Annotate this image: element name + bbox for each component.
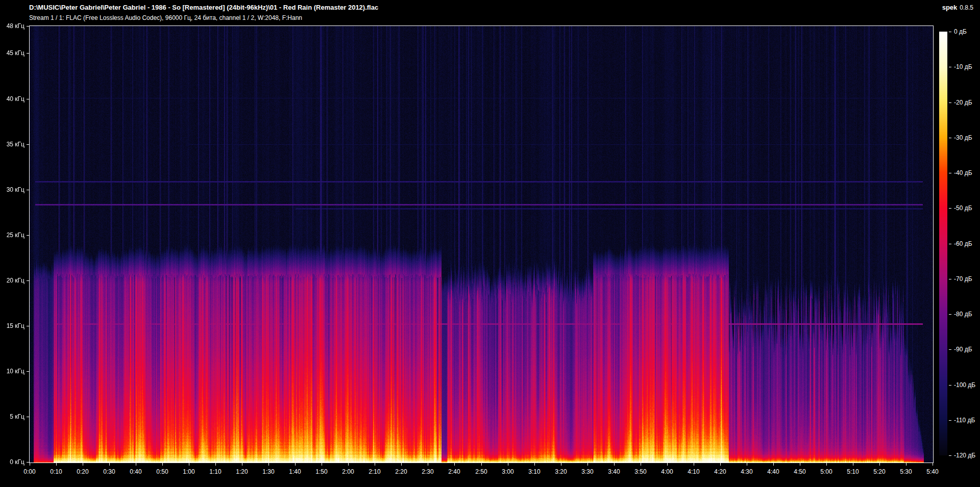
time-tick [826,463,827,466]
time-tick-label: 1:00 [174,468,204,476]
spectrogram-canvas [30,26,933,463]
freq-tick [27,326,29,326]
freq-tick [27,53,29,54]
time-tick [800,463,800,466]
time-tick [189,463,189,466]
time-tick-label: 2:30 [412,468,443,476]
db-tick [949,349,951,350]
db-tick-label: -40 дБ [954,169,972,177]
time-tick-label: 4:10 [678,468,709,476]
time-tick-label: 2:10 [359,468,390,476]
time-tick [83,463,83,466]
stream-info: Stream 1 / 1: FLAC (Free Lossless Audio … [29,14,302,21]
time-tick-label: 5:20 [864,468,895,476]
time-tick-label: 2:00 [333,468,363,476]
time-tick [268,463,269,466]
db-tick [949,32,951,32]
app-version: 0.8.5 [960,4,973,11]
time-tick [879,463,880,466]
time-tick-label: 0:50 [147,468,178,476]
time-tick [401,463,402,466]
time-tick-label: 1:40 [280,468,310,476]
db-tick [949,102,951,103]
db-tick-label: -120 дБ [954,451,975,459]
spectrogram-plot [29,25,934,463]
time-tick [641,463,641,466]
time-tick [136,463,136,466]
time-tick-label: 4:20 [705,468,736,476]
freq-tick [27,371,29,372]
time-tick-label: 1:20 [227,468,257,476]
spek-window: D:\MUSIC\Peter Gabriel\Peter Gabriel - 1… [0,0,980,487]
db-tick-label: -110 дБ [954,416,975,424]
time-tick [242,463,242,466]
time-tick [295,463,296,466]
db-tick-label: -20 дБ [954,98,972,107]
time-tick [773,463,774,466]
time-tick-label: 3:00 [493,468,523,476]
db-tick-label: -10 дБ [954,63,972,71]
time-tick-label: 2:20 [386,468,416,476]
time-tick-label: 1:30 [253,468,284,476]
db-tick [949,138,951,138]
db-tick [949,385,951,386]
time-tick [906,463,906,466]
time-tick [667,463,668,466]
db-tick [949,279,951,279]
db-tick-label: -100 дБ [954,381,975,389]
time-tick [56,463,57,466]
time-tick-label: 5:10 [838,468,868,476]
freq-tick [27,26,29,27]
time-tick [694,463,694,466]
db-tick-label: -30 дБ [954,134,972,142]
db-tick [949,244,951,244]
time-tick-label: 0:30 [94,468,125,476]
db-tick [949,208,951,209]
freq-tick [27,462,29,463]
db-tick-label: 0 дБ [954,28,967,36]
freq-tick [27,144,29,145]
freq-tick [27,280,29,281]
db-tick [949,314,951,315]
app-name: spek [942,4,958,11]
time-tick [933,463,933,466]
db-tick-label: -80 дБ [954,310,972,318]
time-tick [534,463,535,466]
freq-tick-label: 35 кГц [0,140,24,148]
time-tick-label: 5:00 [811,468,842,476]
time-tick-label: 5:30 [891,468,921,476]
time-tick-label: 0:10 [41,468,71,476]
db-tick [949,67,951,67]
time-tick [162,463,163,466]
db-tick [949,420,951,421]
time-tick-label: 3:10 [519,468,550,476]
time-tick [587,463,588,466]
db-tick-label: -70 дБ [954,275,972,283]
time-tick [747,463,747,466]
time-tick-label: 1:10 [200,468,231,476]
time-tick-label: 0:40 [120,468,151,476]
time-tick-label: 1:50 [306,468,337,476]
time-tick-label: 2:40 [439,468,470,476]
db-tick [949,455,951,456]
freq-tick-label: 40 кГц [0,95,24,103]
time-tick [614,463,615,466]
db-colorbar [939,32,947,455]
freq-tick-label: 25 кГц [0,231,24,239]
time-tick [215,463,216,466]
time-tick-label: 4:50 [785,468,815,476]
freq-tick [27,99,29,99]
time-tick-label: 3:40 [599,468,629,476]
time-tick [322,463,322,466]
time-tick-label: 3:50 [625,468,656,476]
time-tick [428,463,428,466]
time-tick-label: 3:20 [546,468,576,476]
freq-tick [27,235,29,236]
app-brand: spek0.8.5 [942,4,973,11]
time-tick [375,463,375,466]
freq-tick-label: 15 кГц [0,322,24,330]
time-tick [30,463,30,466]
time-tick [481,463,482,466]
db-tick [949,173,951,173]
time-tick [508,463,508,466]
